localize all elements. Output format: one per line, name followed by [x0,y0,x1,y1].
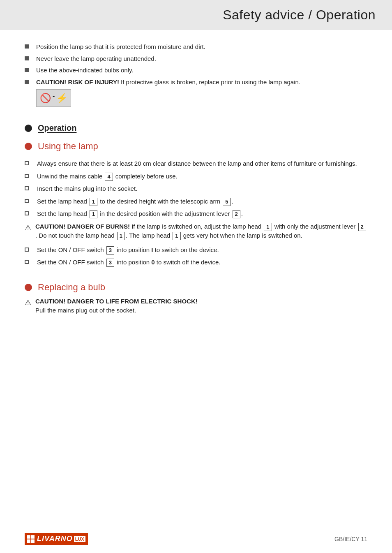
page-number: GB/IE/CY 11 [334,536,367,542]
square-bullet [25,260,29,264]
no-uv-icon: 🚫 [40,91,51,105]
switch-list: Set the ON / OFF switch 3 into position … [25,245,367,267]
caution-image-box: 🚫 - ⚡ [36,89,71,107]
list-item: Use the above-indicated bulbs only. [25,66,367,75]
page: Safety advice / Operation Position the l… [0,0,392,553]
logo-grid-cell [27,539,30,543]
logo-grid-cell [27,535,30,539]
section-dot [25,125,32,132]
caution-burns-block: ⚠ CAUTION! DANGER OF BURNS! If the lamp … [25,222,367,241]
caution-icons: 🚫 - ⚡ [40,91,67,105]
footer: LIVARNO LUX GB/IE/CY 11 [0,533,392,545]
safety-bullet-list: Position the lamp so that it is protecte… [25,42,367,107]
list-item: Always ensure that there is at least 20 … [25,159,367,169]
logo-grid [27,535,35,543]
logo: LIVARNO LUX [25,533,88,545]
caution-electric-block: ⚠ CAUTION! DANGER TO LIFE FROM ELECTRIC … [25,297,367,315]
num-box-1e: 1 [173,232,180,240]
num-box-2b: 2 [358,223,366,231]
square-bullet [25,248,29,252]
using-lamp-heading-container: Using the lamp [25,141,367,152]
list-item: Insert the mains plug into the socket. [25,184,367,194]
operation-list: Always ensure that there is at least 20 … [25,159,367,219]
square-bullet [25,211,29,215]
sub-section-dot [25,143,32,150]
list-item-switch-on: Set the ON / OFF switch 3 into position … [25,245,367,255]
num-box-1d: 1 [117,232,125,240]
bullet-icon [25,44,29,49]
num-box-1a: 1 [90,198,97,206]
logo-brand-text: LIVARNO [37,534,73,543]
list-item: Never leave the lamp operating unattende… [25,54,367,64]
num-box-3a: 3 [106,246,114,255]
num-box-3b: 3 [106,259,114,267]
page-title: Safety advice / Operation [16,7,376,23]
operation-heading: Operation [38,123,76,133]
caution-risk-text: CAUTION! RISK OF INJURY! If protective g… [36,78,300,107]
operation-heading-container: Operation [25,123,367,133]
replacing-bulb-heading: Replacing a bulb [38,282,105,293]
list-item-switch-off: Set the ON / OFF switch 3 into position … [25,258,367,267]
header: Safety advice / Operation [0,0,392,30]
warning-triangle-icon-2: ⚠ [25,297,31,308]
bullet-icon [25,80,29,84]
main-content: Position the lamp so that it is protecte… [0,30,392,333]
using-lamp-heading: Using the lamp [38,141,98,152]
num-box-1b: 1 [90,210,97,218]
logo-suffix-text: LUX [74,536,85,542]
square-bullet [25,199,29,203]
replacing-dot [25,284,32,291]
num-box-2a: 2 [233,210,240,218]
num-box-4: 4 [105,173,113,181]
warning-icon-small: ⚡ [56,91,67,105]
square-bullet [25,174,29,178]
list-item: Set the lamp head 1 in the desired posit… [25,209,367,219]
logo-grid-cell [31,535,35,539]
num-box-5: 5 [223,198,231,206]
separator: - [53,91,55,105]
logo-grid-cell [31,539,35,543]
bullet-icon [25,68,29,72]
caution-risk-item: CAUTION! RISK OF INJURY! If protective g… [25,78,367,107]
list-item: Position the lamp so that it is protecte… [25,42,367,52]
square-bullet [25,161,29,165]
square-bullet [25,186,29,190]
num-box-1c: 1 [264,223,272,231]
warning-triangle-icon: ⚠ [25,222,31,234]
bullet-icon [25,56,29,60]
list-item: Unwind the mains cable 4 completely befo… [25,172,367,181]
caution-burns-text: CAUTION! DANGER OF BURNS! If the lamp is… [35,222,367,241]
list-item: Set the lamp head 1 to the desired heigh… [25,197,367,206]
caution-electric-text: CAUTION! DANGER TO LIFE FROM ELECTRIC SH… [35,297,367,315]
replacing-bulb-heading-container: Replacing a bulb [25,282,367,293]
